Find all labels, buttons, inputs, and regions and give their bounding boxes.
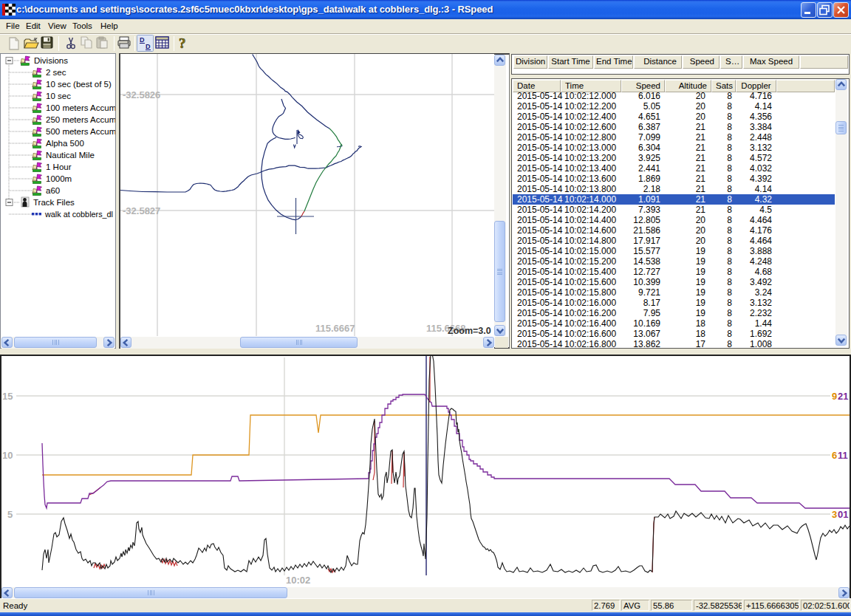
svg-text:5: 5 — [7, 509, 13, 520]
svg-text:500 meters Accum: 500 meters Accum — [46, 127, 115, 136]
svg-text:10:02: 10:02 — [286, 575, 310, 586]
svg-text:-32.5826: -32.5826 — [123, 89, 160, 100]
svg-text:walk at cobblers_dl: walk at cobblers_dl — [44, 210, 113, 219]
svg-text:Zoom=3.0: Zoom=3.0 — [448, 326, 491, 336]
svg-text:D: D — [146, 43, 151, 50]
svg-text:10 sec (best of 5): 10 sec (best of 5) — [46, 80, 112, 89]
svg-text:01: 01 — [838, 509, 848, 520]
svg-text:100 meters Accum: 100 meters Accum — [46, 103, 115, 112]
svg-text:Divisions: Divisions — [34, 56, 68, 65]
svg-text:10: 10 — [2, 450, 13, 461]
svg-text:2 sec: 2 sec — [46, 68, 66, 77]
svg-text:21: 21 — [838, 391, 848, 402]
svg-text:1 Hour: 1 Hour — [46, 162, 72, 171]
svg-text:9: 9 — [832, 391, 837, 402]
svg-text:-32.5827: -32.5827 — [123, 205, 160, 216]
svg-text:6: 6 — [832, 450, 837, 461]
svg-text:?: ? — [179, 35, 186, 51]
svg-text:Nautical Mile: Nautical Mile — [46, 151, 95, 160]
svg-text:3: 3 — [832, 509, 837, 520]
svg-text:Track Files: Track Files — [33, 198, 75, 207]
svg-text:1000m: 1000m — [46, 174, 72, 183]
svg-text:a60: a60 — [46, 186, 60, 195]
svg-text:D: D — [140, 36, 145, 44]
svg-text:10 sec: 10 sec — [46, 92, 71, 100]
svg-text:11: 11 — [838, 450, 848, 461]
svg-text:Alpha 500: Alpha 500 — [46, 139, 84, 148]
svg-text:15: 15 — [2, 391, 13, 402]
svg-text:250 meters Accum: 250 meters Accum — [46, 115, 115, 124]
svg-text:115.6667: 115.6667 — [315, 323, 355, 334]
